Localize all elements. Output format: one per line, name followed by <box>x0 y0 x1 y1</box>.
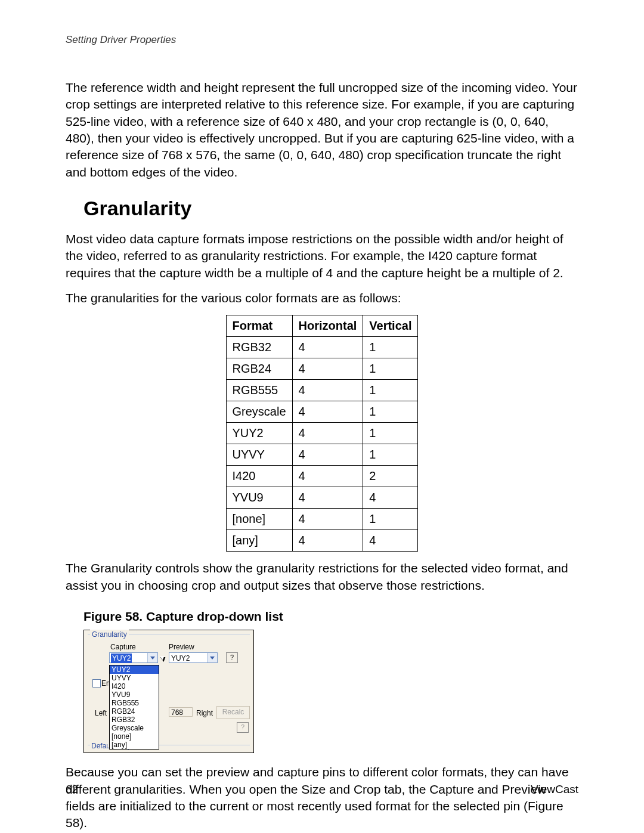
table-row: UYVY41 <box>226 444 418 466</box>
granularity-para-3: The Granularity controls show the granul… <box>66 560 578 594</box>
table-row: Greyscale41 <box>226 401 418 423</box>
section-heading-granularity: Granularity <box>83 195 578 222</box>
recalc-button[interactable]: Recalc <box>216 706 250 719</box>
intro-paragraph: The reference width and height represent… <box>66 79 578 181</box>
capture-dropdown-list[interactable]: YUY2 UYVY I420 YVU9 RGB555 RGB24 RGB32 G… <box>109 665 159 750</box>
list-item[interactable]: Greyscale <box>110 724 159 732</box>
capture-label: Capture <box>110 642 136 652</box>
right-label: Right <box>196 708 213 718</box>
chevron-down-icon[interactable] <box>147 653 157 662</box>
list-item[interactable]: RGB24 <box>110 707 159 716</box>
preview-combo[interactable]: YUY2 <box>169 652 218 663</box>
list-item[interactable]: RGB32 <box>110 716 159 724</box>
list-item[interactable]: [none] <box>110 732 159 741</box>
th-format: Format <box>226 315 292 337</box>
table-row: [none]41 <box>226 509 418 530</box>
list-item[interactable]: YVU9 <box>110 690 159 699</box>
th-vertical: Vertical <box>363 315 418 337</box>
list-item[interactable]: UYVY <box>110 674 159 682</box>
granularity-para-1: Most video data capture formats impose r… <box>66 231 578 281</box>
table-row: YVU944 <box>226 487 418 509</box>
value-768[interactable]: 768 <box>169 707 193 717</box>
chevron-down-icon[interactable] <box>207 653 217 662</box>
list-item[interactable]: RGB555 <box>110 699 159 707</box>
table-row: RGB55541 <box>226 380 418 401</box>
screenshot-granularity-panel: Granularity Capture Preview YUY2 YUY2 ? … <box>83 630 254 753</box>
preview-combo-value: YUY2 <box>171 654 190 663</box>
granularity-para-2: The granularities for the various color … <box>66 290 578 306</box>
figure-caption: Figure 58. Capture drop-down list <box>83 608 578 625</box>
enable-checkbox[interactable] <box>92 679 101 688</box>
granularity-para-4: Because you can set the preview and capt… <box>66 764 578 831</box>
list-item[interactable]: [any] <box>110 741 159 749</box>
help-button-disabled: ? <box>237 722 249 733</box>
running-header: Setting Driver Properties <box>66 33 578 47</box>
help-button[interactable]: ? <box>226 652 238 663</box>
table-row: YUY241 <box>226 423 418 444</box>
list-item[interactable]: YUY2 <box>110 665 159 674</box>
groupbox-title: Granularity <box>90 630 129 639</box>
capture-combo[interactable]: YUY2 <box>109 652 158 663</box>
page-number: 62 <box>66 782 78 797</box>
granularity-table: Format Horizontal Vertical RGB3241 RGB24… <box>226 315 419 552</box>
capture-combo-value: YUY2 <box>111 654 132 663</box>
brand-footer: ViewCast <box>531 782 578 797</box>
table-row: I42042 <box>226 466 418 487</box>
th-horizontal: Horizontal <box>292 315 363 337</box>
table-row: [any]44 <box>226 530 418 552</box>
left-label: Left <box>95 708 107 718</box>
table-row: RGB3241 <box>226 337 418 358</box>
table-row: RGB2441 <box>226 358 418 380</box>
preview-label: Preview <box>169 642 194 652</box>
list-item[interactable]: I420 <box>110 682 159 690</box>
